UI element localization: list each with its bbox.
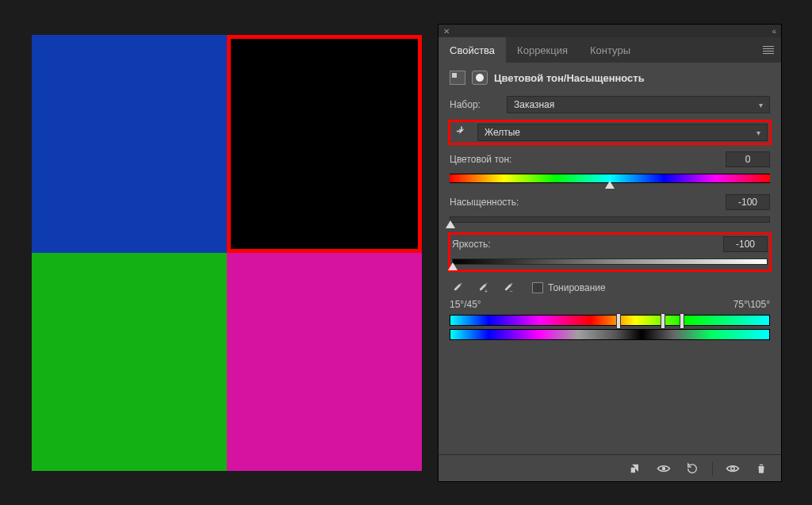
svg-point-2 <box>662 466 666 470</box>
adjustment-type-icon[interactable] <box>450 71 465 85</box>
lightness-slider-group: Яркость: -100 <box>452 236 768 265</box>
adjustment-title: Цветовой тон/Насыщенность <box>494 72 645 84</box>
tab-bar: Свойства Коррекция Контуры <box>439 37 781 63</box>
toggle-visibility-icon[interactable] <box>724 460 741 477</box>
canvas-quad-black <box>227 35 422 253</box>
range-handle-outer-right[interactable] <box>680 313 684 329</box>
preset-dropdown[interactable]: Заказная ▾ <box>507 96 770 113</box>
adjustment-title-row: Цветовой тон/Насыщенность <box>450 71 770 85</box>
spectrum-bottom[interactable] <box>450 329 770 340</box>
eyedropper-icon[interactable] <box>450 280 465 296</box>
clip-to-layer-icon[interactable] <box>626 460 644 477</box>
panel-menu-icon[interactable] <box>756 37 781 63</box>
hue-slider-group: Цветовой тон: 0 <box>450 151 770 183</box>
checkbox-icon <box>532 282 543 293</box>
targeted-adjust-icon[interactable] <box>452 124 471 141</box>
lightness-label: Яркость: <box>452 239 723 250</box>
saturation-label: Насыщенность: <box>450 197 726 208</box>
colorize-checkbox[interactable]: Тонирование <box>532 282 606 293</box>
hue-value-input[interactable]: 0 <box>726 151 770 167</box>
lightness-slider-thumb[interactable] <box>448 262 458 270</box>
collapse-icon[interactable]: « <box>772 27 776 36</box>
channel-row-highlight: Желтые ▾ <box>448 120 772 145</box>
range-handle-inner-right[interactable] <box>661 313 665 329</box>
channel-dropdown[interactable]: Желтые ▾ <box>477 124 768 141</box>
lightness-slider-track[interactable] <box>452 258 768 265</box>
angle-row: 15°/45° 75°\105° <box>450 299 770 310</box>
chevron-down-icon: ▾ <box>756 128 760 137</box>
eyedropper-row: + − Тонирование <box>450 280 770 296</box>
canvas-quad-green <box>32 253 227 471</box>
panel-footer <box>439 454 781 481</box>
properties-panel: ✕ « Свойства Коррекция Контуры Цветовой … <box>438 24 782 482</box>
reset-icon[interactable] <box>684 460 701 477</box>
lightness-value-input[interactable]: -100 <box>723 236 768 252</box>
svg-text:−: − <box>510 289 513 294</box>
eyedropper-subtract-icon[interactable]: − <box>500 280 516 296</box>
saturation-slider-group: Насыщенность: -100 <box>450 194 770 223</box>
canvas <box>32 35 422 471</box>
svg-point-3 <box>731 466 735 470</box>
tab-paths[interactable]: Контуры <box>579 37 642 63</box>
lightness-row-highlight: Яркость: -100 <box>448 232 772 272</box>
preset-row: Набор: Заказная ▾ <box>450 96 770 113</box>
saturation-value-input[interactable]: -100 <box>726 194 770 210</box>
layer-mask-icon[interactable] <box>472 71 488 85</box>
canvas-quad-blue <box>32 35 227 253</box>
footer-separator <box>712 461 713 476</box>
saturation-slider-track[interactable] <box>450 216 770 223</box>
hue-label: Цветовой тон: <box>450 154 726 165</box>
range-handle-inner-left[interactable] <box>616 313 621 329</box>
eyedropper-add-icon[interactable]: + <box>475 280 491 296</box>
view-previous-icon[interactable] <box>655 460 672 477</box>
preset-label: Набор: <box>450 99 507 110</box>
channel-value: Желтые <box>485 127 520 138</box>
spectrum-top[interactable] <box>450 315 770 326</box>
tab-adjustments[interactable]: Коррекция <box>506 37 579 63</box>
chevron-down-icon: ▾ <box>759 101 763 109</box>
svg-text:+: + <box>485 289 488 294</box>
canvas-quad-magenta <box>227 253 422 471</box>
saturation-slider-thumb[interactable] <box>446 220 455 228</box>
hue-slider-thumb[interactable] <box>605 181 615 189</box>
hue-slider-track[interactable] <box>450 174 770 183</box>
angle-right: 75°\105° <box>733 299 770 310</box>
colorize-label: Тонирование <box>548 282 606 293</box>
delete-icon[interactable] <box>753 460 770 477</box>
preset-value: Заказная <box>514 99 554 110</box>
angle-left: 15°/45° <box>450 299 481 310</box>
tab-properties[interactable]: Свойства <box>439 37 506 63</box>
panel-topbar: ✕ « <box>439 25 781 37</box>
close-icon[interactable]: ✕ <box>443 27 450 36</box>
panel-body: Цветовой тон/Насыщенность Набор: Заказна… <box>439 63 781 454</box>
